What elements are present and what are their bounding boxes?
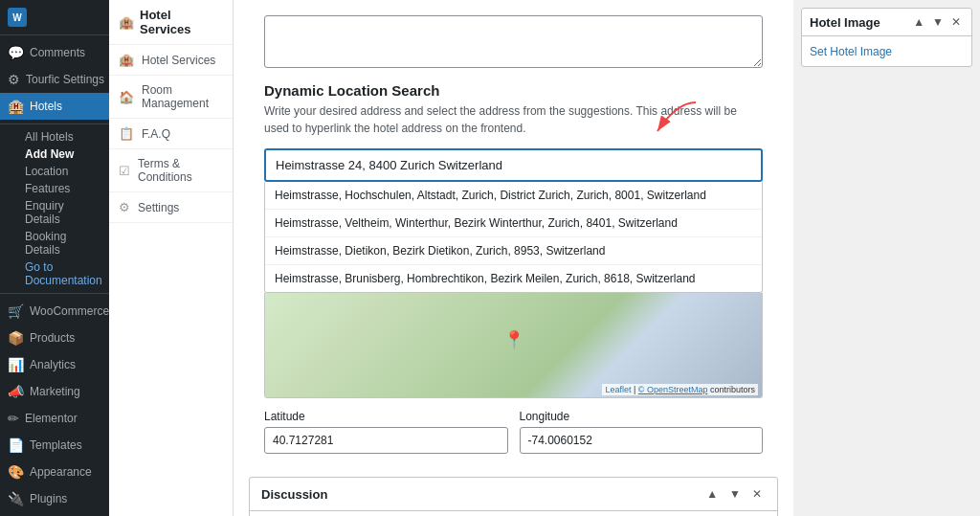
woocommerce-icon: 🛒 (8, 303, 24, 319)
sidebar-item-label: WooCommerce (30, 304, 109, 318)
discussion-section: Discussion ▲ ▼ ✕ Allow comments Allow tr… (249, 477, 778, 516)
discussion-body: Allow comments Allow trackbacks and ping… (250, 511, 777, 516)
terms-icon: ☑ (119, 164, 130, 178)
location-search-input[interactable] (264, 148, 763, 182)
sidebar-sub-enquiry[interactable]: Enquiry Details (0, 197, 109, 228)
plugin-nav-item-label: Settings (138, 201, 179, 214)
plugin-nav-hotel-services[interactable]: 🏨 Hotel Services (109, 45, 233, 76)
sidebar-item-users[interactable]: 👥 Users (0, 512, 109, 516)
sidebar-item-analytics[interactable]: 📊 Analytics (0, 351, 109, 378)
suggestion-item-0[interactable]: Heimstrasse, Hochschulen, Altstadt, Zuri… (265, 182, 762, 210)
location-input-wrap: Heimstrasse, Hochschulen, Altstadt, Zuri… (264, 148, 763, 398)
plugin-nav-item-label: Terms & Conditions (138, 157, 223, 184)
sidebar-item-label: Tourfic Settings (26, 73, 104, 86)
sidebar-item-products[interactable]: 📦 Products (0, 325, 109, 351)
comments-icon: 💬 (8, 45, 24, 60)
hotels-icon: 🏨 (8, 99, 24, 114)
section-title: Dynamic Location Search (264, 82, 763, 99)
map-container: 📍 Leaflet | © OpenStreetMap contributors (264, 293, 763, 398)
discussion-collapse-up-button[interactable]: ▲ (702, 485, 722, 503)
discussion-title: Discussion (261, 487, 327, 502)
sidebar-item-tourfic[interactable]: ⚙ Tourfic Settings (0, 66, 109, 93)
discussion-controls: ▲ ▼ ✕ (702, 485, 766, 503)
longitude-group: Longitude (520, 410, 764, 454)
sidebar-item-label: Elementor (25, 412, 78, 425)
sidebar-item-label: Plugins (30, 492, 67, 505)
suggestion-item-1[interactable]: Heimstrasse, Veltheim, Winterthur, Bezir… (265, 210, 762, 237)
sidebar-item-woocommerce[interactable]: 🛒 WooCommerce (0, 298, 109, 325)
sidebar-sub-location[interactable]: Location (0, 163, 109, 180)
content-wrap: Dynamic Location Search Write your desir… (249, 15, 778, 469)
suggestion-item-2[interactable]: Heimstrasse, Dietikon, Bezirk Dietikon, … (265, 237, 762, 265)
sidebar-item-marketing[interactable]: 📣 Marketing (0, 378, 109, 405)
sidebar-item-appearance[interactable]: 🎨 Appearance (0, 459, 109, 485)
hotel-image-close-button[interactable]: ✕ (948, 14, 964, 30)
sidebar-item-label: Marketing (30, 385, 80, 398)
hotel-image-collapse-up-button[interactable]: ▲ (910, 14, 927, 30)
hotel-image-collapse-down-button[interactable]: ▼ (929, 14, 947, 30)
discussion-collapse-down-button[interactable]: ▼ (725, 485, 745, 503)
elementor-icon: ✏ (8, 411, 19, 426)
hotel-services-icon: 🏨 (119, 53, 134, 67)
annotation-arrow (629, 98, 705, 136)
coordinates-row: Latitude Longitude (264, 410, 763, 454)
sidebar-item-elementor[interactable]: ✏ Elementor (0, 405, 109, 432)
main-content: Dynamic Location Search Write your desir… (234, 0, 793, 516)
plugin-nav-header-label: Hotel Services (140, 8, 223, 36)
hotel-image-header: Hotel Image ▲ ▼ ✕ (802, 9, 971, 36)
sidebar-item-label: Comments (30, 46, 85, 59)
faq-icon: 📋 (119, 126, 134, 141)
suggestions-dropdown: Heimstrasse, Hochschulen, Altstadt, Zuri… (264, 182, 763, 293)
plugin-nav-item-label: F.A.Q (142, 127, 170, 141)
osm-link[interactable]: © OpenStreetMap (638, 385, 708, 394)
sidebar-divider-1 (0, 123, 109, 124)
analytics-icon: 📊 (8, 357, 24, 372)
sidebar-item-label: Hotels (30, 100, 62, 113)
plugins-icon: 🔌 (8, 491, 24, 506)
set-hotel-image-link[interactable]: Set Hotel Image (810, 45, 892, 58)
main-sidebar: W 💬 Comments ⚙ Tourfic Settings 🏨 Hotels… (0, 0, 109, 516)
sidebar-item-plugins[interactable]: 🔌 Plugins (0, 485, 109, 512)
longitude-input[interactable] (520, 427, 764, 454)
products-icon: 📦 (8, 330, 24, 346)
hotel-image-meta-box: Hotel Image ▲ ▼ ✕ Set Hotel Image (801, 8, 972, 67)
templates-icon: 📄 (8, 437, 24, 453)
sidebar-logo: W (0, 0, 109, 35)
sidebar-item-templates[interactable]: 📄 Templates (0, 432, 109, 459)
plugin-nav-item-label: Room Management (142, 83, 223, 110)
hotel-image-title: Hotel Image (810, 15, 880, 30)
sidebar-sub-all-hotels[interactable]: All Hotels (0, 128, 109, 146)
discussion-header[interactable]: Discussion ▲ ▼ ✕ (250, 478, 777, 511)
plugin-nav-item-label: Hotel Services (142, 54, 215, 67)
hotel-image-body: Set Hotel Image (802, 36, 971, 66)
map-attribution: Leaflet | © OpenStreetMap contributors (602, 384, 758, 395)
sidebar-sub-features[interactable]: Features (0, 180, 109, 197)
longitude-label: Longitude (520, 410, 764, 423)
latitude-group: Latitude (264, 410, 508, 454)
latitude-label: Latitude (264, 410, 508, 423)
sidebar-item-label: Products (30, 331, 75, 345)
suggestion-item-3[interactable]: Heimstrasse, Brunisberg, Hombrechtikon, … (265, 265, 762, 292)
sidebar-item-label: Templates (30, 438, 82, 452)
marketing-icon: 📣 (8, 384, 24, 399)
sidebar-item-hotels[interactable]: 🏨 Hotels (0, 93, 109, 120)
plugin-nav-faq[interactable]: 📋 F.A.Q (109, 119, 233, 149)
sidebar-item-label: Analytics (30, 358, 76, 371)
latitude-input[interactable] (264, 427, 508, 454)
sidebar-sub-go-to-doc[interactable]: Go to Documentation (0, 258, 109, 289)
tourfic-icon: ⚙ (8, 72, 20, 87)
sidebar-item-comments[interactable]: 💬 Comments (0, 39, 109, 66)
sidebar-sub-booking[interactable]: Booking Details (0, 228, 109, 258)
map-pin: 📍 (503, 329, 524, 350)
sidebar-sub-add-new[interactable]: Add New (0, 146, 109, 163)
plugin-nav-header-icon: 🏨 (119, 15, 134, 30)
sidebar-item-label: Appearance (30, 465, 92, 479)
description-textarea[interactable] (264, 15, 763, 68)
room-management-icon: 🏠 (119, 90, 134, 104)
discussion-close-button[interactable]: ✕ (748, 485, 766, 503)
plugin-nav-terms-conditions[interactable]: ☑ Terms & Conditions (109, 149, 233, 192)
plugin-nav-room-management[interactable]: 🏠 Room Management (109, 76, 233, 119)
plugin-nav-settings[interactable]: ⚙ Settings (109, 192, 233, 223)
appearance-icon: 🎨 (8, 464, 24, 480)
plugin-nav-header: 🏨 Hotel Services (109, 0, 233, 45)
